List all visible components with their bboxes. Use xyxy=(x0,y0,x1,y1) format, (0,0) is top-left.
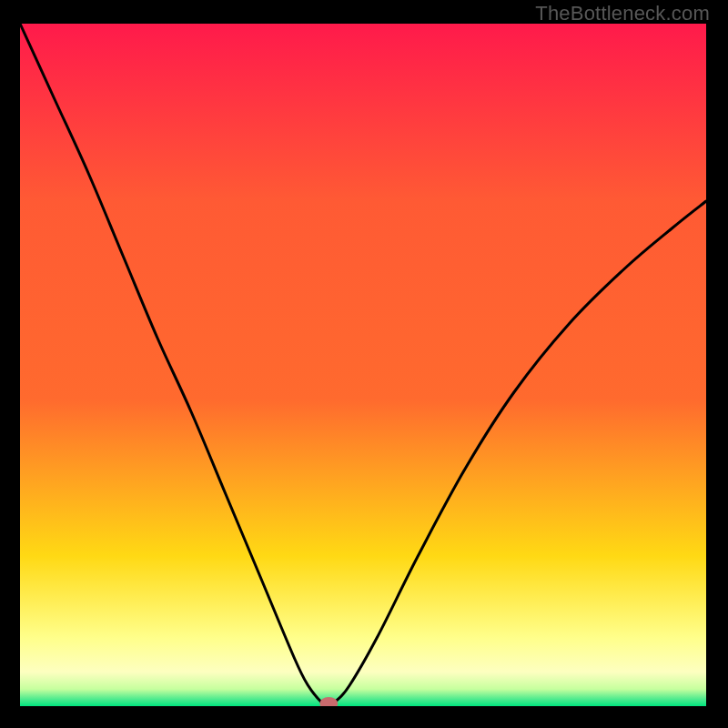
watermark-text: TheBottleneck.com xyxy=(535,2,710,25)
chart-svg xyxy=(20,24,706,706)
plot-area xyxy=(20,24,706,706)
chart-container: TheBottleneck.com xyxy=(0,0,728,728)
gradient-bg xyxy=(20,24,706,706)
